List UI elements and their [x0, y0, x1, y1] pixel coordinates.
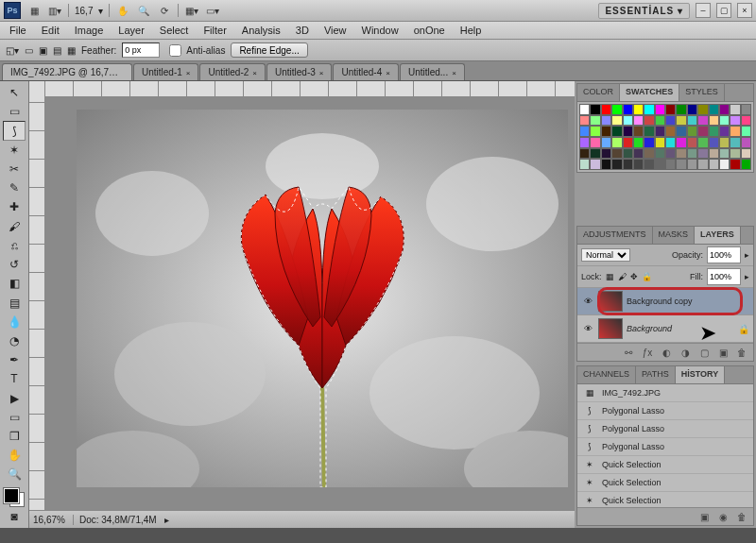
- swatch-cell[interactable]: [601, 115, 611, 127]
- swatch-cell[interactable]: [665, 115, 676, 127]
- tab-channels[interactable]: CHANNELS: [577, 366, 636, 383]
- swatch-cell[interactable]: [579, 126, 590, 137]
- swatch-cell[interactable]: [730, 159, 740, 170]
- swatch-cell[interactable]: [709, 104, 719, 115]
- eyedropper-tool[interactable]: ✎: [3, 178, 26, 197]
- healing-tool[interactable]: ✚: [3, 197, 26, 216]
- visibility-icon[interactable]: 👁: [581, 295, 594, 308]
- layer-row[interactable]: 👁Background🔒: [577, 315, 753, 343]
- blend-mode-select[interactable]: Normal: [581, 248, 630, 262]
- ruler-origin[interactable]: [29, 81, 45, 97]
- bridge-icon[interactable]: ▦: [26, 3, 42, 18]
- menu-help[interactable]: Help: [453, 23, 490, 38]
- crop-tool[interactable]: ✂: [3, 160, 26, 178]
- gradient-tool[interactable]: ▤: [3, 293, 26, 312]
- workspace-switcher[interactable]: ESSENTİALS ▾: [598, 3, 690, 19]
- document-tab[interactable]: IMG_7492.JPG @ 16,7% (Background copy, R…: [2, 63, 132, 80]
- tab-close-icon[interactable]: ×: [186, 69, 191, 77]
- swatch-cell[interactable]: [709, 137, 719, 148]
- swatch-cell[interactable]: [623, 137, 633, 148]
- vertical-ruler[interactable]: [29, 96, 45, 528]
- history-row[interactable]: ⟆Polygonal Lasso: [577, 438, 753, 456]
- menu-file[interactable]: File: [2, 23, 34, 38]
- dodge-tool[interactable]: ◔: [3, 331, 26, 350]
- menu-filter[interactable]: Filter: [196, 23, 233, 38]
- swatch-cell[interactable]: [601, 159, 611, 170]
- swatch-cell[interactable]: [623, 126, 633, 137]
- blur-tool[interactable]: 💧: [3, 313, 26, 331]
- swatch-cell[interactable]: [633, 104, 644, 115]
- screen-mode-icon[interactable]: ▭▾: [205, 3, 220, 18]
- swatch-cell[interactable]: [697, 159, 708, 170]
- swatch-cell[interactable]: [644, 137, 654, 148]
- swatch-cell[interactable]: [730, 137, 740, 148]
- swatch-cell[interactable]: [687, 137, 697, 148]
- horizontal-ruler[interactable]: [44, 81, 575, 97]
- swatch-cell[interactable]: [579, 137, 590, 148]
- swatch-cell[interactable]: [730, 126, 740, 137]
- swatch-cell[interactable]: [709, 126, 719, 137]
- swatch-cell[interactable]: [665, 126, 676, 137]
- eraser-tool[interactable]: ◧: [3, 274, 26, 293]
- tab-masks[interactable]: MASKS: [653, 227, 696, 244]
- brush-tool[interactable]: 🖌: [3, 217, 26, 236]
- swatch-cell[interactable]: [633, 126, 644, 137]
- document-tab[interactable]: Untitled-1×: [133, 63, 198, 80]
- swatch-cell[interactable]: [719, 126, 730, 137]
- document-tab[interactable]: Untitled-4×: [333, 63, 398, 80]
- stamp-tool[interactable]: ⎌: [3, 236, 26, 255]
- trash-icon[interactable]: 🗑: [734, 346, 749, 359]
- close-button[interactable]: ×: [737, 3, 752, 18]
- lock-transparency-icon[interactable]: ▦: [606, 272, 614, 281]
- swatch-cell[interactable]: [633, 137, 644, 148]
- feather-input[interactable]: [122, 42, 160, 58]
- swatch-cell[interactable]: [601, 104, 611, 115]
- menu-image[interactable]: Image: [67, 23, 112, 38]
- swatch-cell[interactable]: [655, 115, 665, 127]
- swatch-cell[interactable]: [719, 115, 730, 127]
- opacity-input[interactable]: [707, 246, 741, 263]
- menu-edit[interactable]: Edit: [34, 23, 67, 38]
- swatch-cell[interactable]: [741, 159, 751, 170]
- swatch-cell[interactable]: [665, 137, 676, 148]
- adjustment-layer-icon[interactable]: ◑: [678, 346, 693, 359]
- type-tool[interactable]: T: [3, 369, 26, 388]
- zoom-icon[interactable]: 🔍: [136, 3, 151, 18]
- group-icon[interactable]: ▢: [696, 346, 712, 359]
- swatch-cell[interactable]: [590, 104, 600, 115]
- history-row[interactable]: ⟆Polygonal Lasso: [577, 420, 753, 438]
- swatch-cell[interactable]: [697, 115, 708, 127]
- marquee-tool[interactable]: ▭: [3, 102, 26, 121]
- menu-view[interactable]: View: [317, 23, 354, 38]
- swatch-cell[interactable]: [741, 148, 751, 160]
- swatch-cell[interactable]: [676, 104, 686, 115]
- swatch-cell[interactable]: [676, 148, 686, 160]
- swatch-cell[interactable]: [611, 115, 622, 127]
- swatch-cell[interactable]: [601, 148, 611, 160]
- swatch-cell[interactable]: [709, 159, 719, 170]
- swatch-cell[interactable]: [655, 148, 665, 160]
- swatch-cell[interactable]: [644, 115, 654, 127]
- swatch-cell[interactable]: [676, 137, 686, 148]
- swatch-cell[interactable]: [644, 148, 654, 160]
- swatch-cell[interactable]: [623, 159, 633, 170]
- swatch-cell[interactable]: [611, 159, 622, 170]
- swatch-cell[interactable]: [697, 104, 708, 115]
- swatch-cell[interactable]: [611, 104, 622, 115]
- swatch-cell[interactable]: [644, 104, 654, 115]
- swatch-cell[interactable]: [633, 159, 644, 170]
- swatch-cell[interactable]: [590, 148, 600, 160]
- tab-close-icon[interactable]: ×: [252, 69, 257, 77]
- tool-preset-icon[interactable]: ◱▾: [6, 45, 19, 56]
- swatch-cell[interactable]: [590, 115, 600, 127]
- swatch-cell[interactable]: [709, 148, 719, 160]
- tab-close-icon[interactable]: ×: [452, 69, 456, 77]
- swatch-cell[interactable]: [644, 159, 654, 170]
- tab-swatches[interactable]: SWATCHES: [620, 84, 679, 101]
- swatch-cell[interactable]: [579, 115, 590, 127]
- swatch-cell[interactable]: [579, 104, 590, 115]
- mask-icon[interactable]: ◐: [659, 346, 674, 359]
- tab-styles[interactable]: STYLES: [679, 84, 725, 101]
- swatch-cell[interactable]: [655, 126, 665, 137]
- swatch-cell[interactable]: [730, 104, 740, 115]
